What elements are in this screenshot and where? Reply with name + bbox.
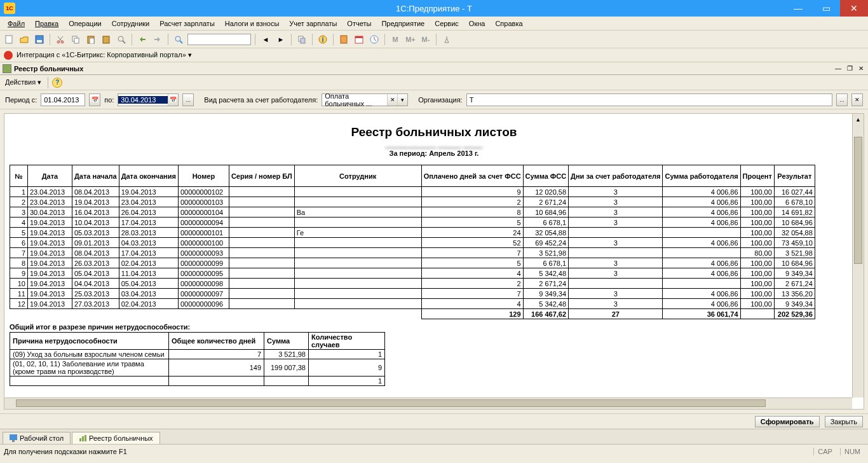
table-row[interactable]: 123.04.201308.04.201319.04.2013000000001… (10, 187, 815, 197)
calendar-icon[interactable] (353, 33, 365, 46)
totals-row: 129166 467,622736 061,74202 529,36 (10, 309, 815, 319)
bitrix-icon (4, 51, 13, 60)
redo-icon[interactable] (151, 33, 164, 46)
menu-payroll-calc[interactable]: Расчет зарплаты (154, 18, 220, 29)
tab-registry[interactable]: Реестр больничных (72, 432, 160, 444)
menu-windows[interactable]: Окна (464, 18, 491, 29)
help-icon[interactable]: ? (52, 78, 62, 88)
clock-icon[interactable] (368, 33, 381, 46)
col-header: Оплачено дней за счет ФСС (421, 165, 523, 187)
search-input[interactable] (187, 34, 251, 45)
period-from-label: Период с: (5, 96, 37, 104)
statusbar: Для получения подсказки нажмите F1 CAP N… (0, 444, 868, 458)
menu-taxes[interactable]: Налоги и взносы (220, 18, 285, 29)
table-row[interactable]: 1019.04.201304.04.201305.04.201300000000… (10, 279, 815, 289)
col-header: Номер (178, 165, 229, 187)
menu-operations[interactable]: Операции (64, 18, 106, 29)
period-from-input[interactable] (41, 93, 85, 106)
status-text: Для получения подсказки нажмите F1 (4, 448, 127, 455)
table-row[interactable]: 1219.04.201327.03.201302.04.201300000000… (10, 299, 815, 309)
menu-reports[interactable]: Отчеты (342, 18, 376, 29)
save-icon[interactable] (33, 33, 46, 46)
menu-file[interactable]: Файл (3, 18, 30, 29)
period-from-calendar-icon[interactable]: 📅 (89, 93, 100, 106)
tab-close-icon[interactable]: ✕ (857, 64, 865, 73)
period-to-input[interactable]: 30.04.2013 (118, 96, 168, 104)
nav-fwd-icon[interactable]: ► (275, 33, 287, 46)
svg-rect-9 (103, 36, 109, 43)
tab-minimize-icon[interactable]: — (834, 64, 843, 73)
copy-icon[interactable] (69, 33, 82, 46)
open-icon[interactable] (18, 33, 31, 46)
settings-icon[interactable] (440, 33, 453, 46)
table-row[interactable]: 419.04.201310.04.201317.04.2013000000000… (10, 218, 815, 228)
bitrix-bar[interactable]: Интеграция с «1С-Битрикс: Корпоративный … (0, 48, 868, 62)
table-row[interactable]: 223.04.201319.04.201323.04.2013000000001… (10, 197, 815, 207)
toolbar: ◄ ► i M M+ M- (0, 31, 868, 48)
m-plus-icon[interactable]: M+ (404, 33, 417, 46)
svg-rect-24 (79, 438, 81, 441)
minimize-button[interactable]: — (784, 0, 812, 17)
scrollbar-horizontal[interactable] (4, 397, 852, 409)
table-row[interactable]: 719.04.201308.04.201317.04.2013000000000… (10, 248, 815, 258)
summary-table: Причина нетрудоспособностиОбщее количест… (10, 332, 385, 386)
report-period: За период: Апрель 2013 г. (10, 149, 858, 157)
table-row[interactable]: 1119.04.201325.03.201303.04.201300000000… (10, 289, 815, 299)
paste-special-icon[interactable] (100, 33, 112, 46)
svg-rect-22 (10, 434, 17, 440)
m-icon[interactable]: M (389, 33, 402, 46)
table-row[interactable]: 819.04.201326.03.201302.04.2013000000000… (10, 258, 815, 268)
table-row[interactable]: 519.04.201305.03.201328.03.2013000000001… (10, 228, 815, 238)
organization-label: Организация: (418, 96, 462, 104)
col-header: Дни за счет работодателя (569, 165, 663, 187)
menu-payroll[interactable]: Учет зарплаты (284, 18, 342, 29)
menu-service[interactable]: Сервис (430, 18, 464, 29)
tab-desktop[interactable]: Рабочий стол (3, 432, 71, 444)
menu-enterprise[interactable]: Предприятие (376, 18, 430, 29)
undo-icon[interactable] (136, 33, 149, 46)
document-tab-icon (3, 64, 11, 73)
desktop-icon (10, 434, 17, 442)
calc-type-label: Вид расчета за счет работодателя: (204, 96, 318, 104)
scrollbar-vertical[interactable]: ▲ (852, 114, 864, 397)
copy-obj-icon[interactable] (295, 33, 308, 46)
organization-clear-icon[interactable]: ✕ (851, 93, 863, 106)
cut-icon[interactable] (54, 33, 67, 46)
organization-input[interactable]: Т (466, 93, 832, 106)
svg-point-10 (118, 36, 123, 41)
period-picker-button[interactable]: ... (182, 93, 194, 106)
organization-select-icon[interactable]: ... (836, 93, 848, 106)
table-row[interactable]: 619.04.201309.01.201304.03.2013000000001… (10, 238, 815, 248)
close-button[interactable]: Закрыть (825, 416, 863, 427)
close-button[interactable]: ✕ (840, 0, 868, 17)
calc-type-select-icon[interactable]: ▾ (397, 94, 407, 106)
menu-employees[interactable]: Сотрудники (107, 18, 155, 29)
menu-edit[interactable]: Правка (30, 18, 64, 29)
tab-restore-icon[interactable]: ❐ (845, 64, 854, 73)
calc-type-clear-icon[interactable]: ✕ (387, 94, 397, 106)
summary-title: Общий итог в разрезе причин нетрудоспосо… (10, 323, 858, 331)
nav-back-icon[interactable]: ◄ (259, 33, 272, 46)
filter-bar: Период с: 📅 по: 30.04.2013 📅 ... Вид рас… (0, 90, 868, 109)
svg-line-11 (123, 41, 125, 43)
generate-button[interactable]: Сформировать (755, 416, 820, 427)
summary-row: 1 (10, 377, 385, 386)
maximize-button[interactable]: ▭ (812, 0, 840, 17)
document-tab-header: Реестр больничных — ❐ ✕ (0, 62, 868, 75)
new-doc-icon[interactable] (3, 33, 15, 46)
actions-dropdown[interactable]: Действия ▾ (3, 77, 44, 88)
period-to-calendar-icon[interactable]: 📅 (168, 94, 178, 106)
paste-icon[interactable] (85, 33, 97, 46)
table-row[interactable]: 919.04.201305.04.201311.04.2013000000000… (10, 268, 815, 279)
document-tab-title: Реестр больничных (14, 65, 83, 73)
calc-type-value[interactable]: Оплата больничных ... (322, 92, 387, 107)
info-icon[interactable]: i (316, 33, 329, 46)
zoom-icon[interactable] (172, 33, 185, 46)
menu-help[interactable]: Справка (490, 18, 527, 29)
col-header: Дата (28, 165, 72, 187)
m-minus-icon[interactable]: M- (419, 33, 432, 46)
calc-icon[interactable] (337, 33, 350, 46)
col-header: Дата начала (72, 165, 119, 187)
find-icon[interactable] (115, 33, 128, 46)
table-row[interactable]: 330.04.201316.04.201326.04.2013000000001… (10, 207, 815, 218)
